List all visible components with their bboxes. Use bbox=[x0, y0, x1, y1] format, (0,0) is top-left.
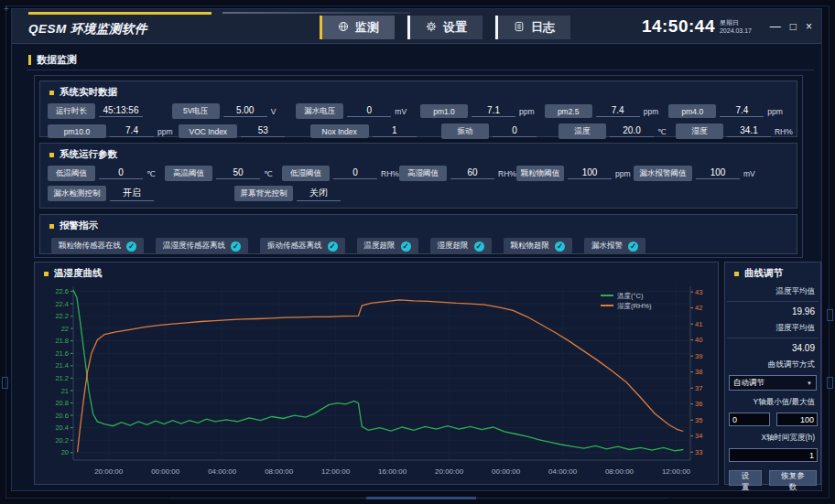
temp-avg-label: 温度平均值 bbox=[731, 286, 815, 297]
svg-text:22.2: 22.2 bbox=[55, 312, 69, 320]
temp-avg-value: 19.96 bbox=[731, 306, 815, 316]
panel-title-dot bbox=[734, 272, 739, 276]
realtime-row-1: 运行时长45:13:565V电压5.00V漏水电压0mVpm1.07.1ppmp… bbox=[40, 99, 797, 119]
panel-title-dot bbox=[49, 153, 54, 157]
svg-text:35: 35 bbox=[695, 416, 702, 424]
adjust-buttons: 设置 恢复参数 bbox=[729, 470, 817, 486]
x-width-label: X轴时间宽度(h) bbox=[731, 433, 815, 444]
field-label: pm4.0 bbox=[668, 104, 716, 118]
field-label: 低温阈值 bbox=[48, 166, 95, 181]
data-field: 低温阈值0℃ bbox=[48, 166, 165, 181]
tab-logs[interactable]: 日志 bbox=[495, 16, 570, 39]
field-label: 低湿阈值 bbox=[282, 166, 330, 181]
title-accent-line bbox=[28, 12, 211, 15]
field-value: 53 bbox=[241, 125, 285, 137]
main-window: QESM 环境监测软件 监测设置日志 14:50:44 星期日 2024.03.… bbox=[11, 8, 822, 491]
svg-text:34: 34 bbox=[695, 432, 702, 440]
alarm-badge: 温湿度传感器离线✓ bbox=[156, 238, 248, 254]
svg-text:04:00:00: 04:00:00 bbox=[208, 467, 237, 476]
svg-text:20.2: 20.2 bbox=[55, 436, 69, 445]
y-range-inputs bbox=[729, 413, 817, 426]
field-unit: mV bbox=[743, 169, 762, 178]
svg-text:22.6: 22.6 bbox=[55, 287, 69, 295]
svg-text:20: 20 bbox=[61, 448, 69, 456]
tab-label: 日志 bbox=[531, 19, 555, 36]
maximize-button[interactable]: □ bbox=[790, 20, 797, 33]
alarm-badge: 振动传感器离线✓ bbox=[260, 238, 345, 254]
svg-text:00:00:00: 00:00:00 bbox=[151, 467, 180, 476]
run-params-panel: 系统运行参数 低温阈值0℃高温阈值50℃低湿阈值0RH%高湿阈值60RH%颗粒物… bbox=[39, 143, 797, 209]
divider bbox=[727, 338, 819, 338]
tab-monitor[interactable]: 监测 bbox=[320, 16, 395, 39]
minimize-button[interactable]: — bbox=[770, 20, 781, 33]
svg-text:41: 41 bbox=[695, 320, 702, 328]
close-button[interactable]: × bbox=[806, 20, 812, 33]
svg-text:湿度(RH%): 湿度(RH%) bbox=[617, 302, 652, 310]
data-field: pm4.07.4ppm bbox=[668, 103, 793, 119]
data-field: 低湿阈值0RH% bbox=[282, 166, 399, 181]
field-value: 100 bbox=[568, 167, 612, 179]
restore-params-button[interactable]: 恢复参数 bbox=[769, 470, 817, 486]
svg-text:21.2: 21.2 bbox=[55, 374, 69, 382]
data-field: 湿度34.1RH% bbox=[676, 123, 793, 139]
svg-text:39: 39 bbox=[695, 352, 702, 360]
svg-text:21: 21 bbox=[61, 387, 69, 395]
gear-icon bbox=[426, 21, 437, 35]
field-label: 5V电压 bbox=[172, 103, 220, 119]
tab-settings[interactable]: 设置 bbox=[407, 16, 483, 39]
data-field: 5V电压5.00V bbox=[172, 103, 297, 119]
panel-title: 报警指示 bbox=[40, 215, 797, 232]
left-edge-deco bbox=[2, 377, 8, 389]
hum-avg-label: 湿度平均值 bbox=[731, 323, 815, 334]
alarm-badge-label: 湿度超限 bbox=[438, 241, 469, 252]
right-edge-deco bbox=[827, 309, 833, 321]
svg-text:12:00:00: 12:00:00 bbox=[662, 467, 691, 476]
field-value: 0 bbox=[493, 125, 537, 137]
date-display: 星期日 2024.03.17 bbox=[720, 18, 752, 35]
log-icon bbox=[514, 21, 525, 35]
curve-mode-value: 自动调节 bbox=[733, 378, 765, 389]
svg-text:20.8: 20.8 bbox=[55, 399, 69, 407]
app-title: QESM 环境监测软件 bbox=[28, 21, 147, 38]
field-label: 屏幕背光控制 bbox=[234, 186, 293, 201]
field-label: 漏水报警阈值 bbox=[634, 166, 692, 181]
alarm-badges: 颗粒物传感器在线✓温湿度传感器离线✓振动传感器离线✓温度超限✓湿度超限✓颗粒物超… bbox=[40, 232, 797, 254]
field-label: pm2.5 bbox=[545, 104, 592, 118]
field-unit: ppm bbox=[644, 107, 662, 116]
check-icon: ✓ bbox=[328, 241, 338, 252]
check-icon: ✓ bbox=[474, 241, 484, 252]
field-label: 湿度 bbox=[676, 123, 723, 139]
data-field: pm2.57.4ppm bbox=[545, 103, 669, 119]
field-label: 颗粒物阈值 bbox=[516, 166, 564, 181]
alarm-badge-label: 振动传感器离线 bbox=[267, 241, 322, 252]
field-label: pm1.0 bbox=[420, 104, 468, 118]
data-field: 颗粒物阈值100ppm bbox=[516, 166, 634, 181]
alarm-badge-label: 颗粒物传感器在线 bbox=[59, 241, 121, 252]
section-title-text: 数据监测 bbox=[37, 53, 77, 67]
curve-mode-select[interactable]: 自动调节 ▼ bbox=[729, 375, 817, 391]
svg-text:40: 40 bbox=[695, 336, 702, 344]
x-width-input[interactable] bbox=[729, 448, 818, 462]
chevron-down-icon: ▼ bbox=[807, 381, 812, 386]
right-edge-deco bbox=[827, 377, 833, 389]
y-max-input[interactable] bbox=[776, 413, 818, 426]
field-value: 7.4 bbox=[596, 105, 640, 117]
clock: 14:50:44 星期日 2024.03.17 bbox=[642, 16, 752, 37]
weekday-label: 星期日 bbox=[720, 18, 752, 27]
curve-adjust-panel: 曲线调节 温度平均值 19.96 湿度平均值 34.09 曲线调节方式 自动调节… bbox=[724, 262, 821, 485]
svg-text:12:00:00: 12:00:00 bbox=[321, 467, 351, 476]
field-label: 漏水检测控制 bbox=[48, 186, 106, 201]
y-range-label: Y轴最小值/最大值 bbox=[731, 397, 815, 408]
data-field: 漏水检测控制开启 bbox=[48, 186, 234, 201]
data-field: VOC Index53 bbox=[179, 123, 309, 139]
alarm-badge: 温度超限✓ bbox=[357, 238, 418, 254]
svg-text:08:00:00: 08:00:00 bbox=[265, 467, 294, 476]
tab-bar: 监测设置日志 bbox=[320, 16, 570, 39]
title-bar: QESM 环境监测软件 监测设置日志 14:50:44 星期日 2024.03.… bbox=[12, 9, 821, 44]
field-unit: V bbox=[271, 107, 289, 116]
tab-label: 设置 bbox=[443, 19, 467, 36]
y-min-input[interactable] bbox=[729, 413, 770, 426]
field-unit: ppm bbox=[615, 169, 634, 178]
field-value: 开启 bbox=[110, 187, 154, 201]
set-button[interactable]: 设置 bbox=[729, 470, 762, 486]
